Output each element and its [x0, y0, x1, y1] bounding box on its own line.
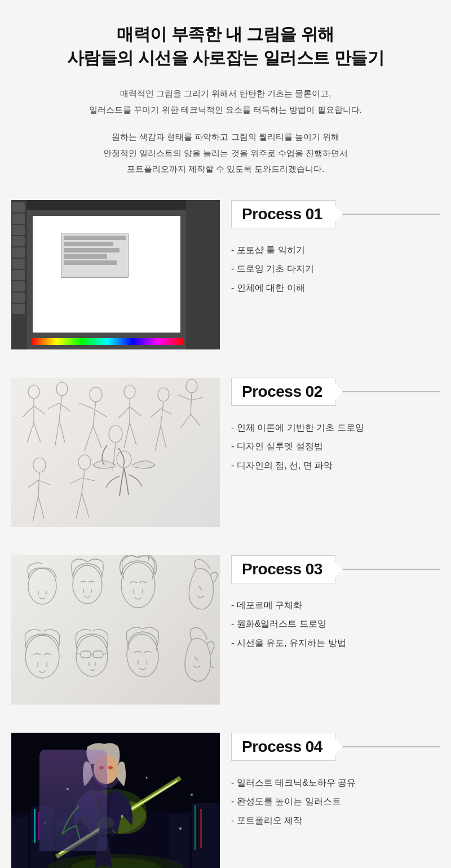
- process-01-section: Process 01 - 포토샵 툴 익히기 - 드로잉 기초 다지기 - 인체…: [11, 200, 440, 349]
- svg-point-54: [73, 565, 102, 604]
- list-item: - 인체 이론에 기반한 기초 드로잉: [231, 418, 440, 437]
- svg-rect-66: [93, 651, 103, 658]
- svg-line-68: [77, 653, 81, 654]
- svg-line-15: [93, 409, 107, 417]
- process-04-content: Process 04 - 일러스트 테크닉&노하우 공유 - 완성도를 높이는 …: [220, 733, 440, 830]
- svg-point-99: [146, 777, 148, 778]
- svg-point-38: [33, 458, 46, 472]
- svg-rect-84: [38, 812, 39, 840]
- svg-line-13: [93, 402, 96, 426]
- svg-line-48: [76, 493, 82, 519]
- svg-line-17: [93, 426, 101, 448]
- list-item: - 완성도를 높이는 일러스트: [231, 792, 440, 811]
- process-04-title-box: Process 04: [231, 733, 335, 761]
- process-01-list: - 포토샵 툴 익히기 - 드로잉 기초 다지기 - 인체에 대한 이해: [231, 241, 440, 298]
- svg-line-20: [118, 407, 130, 418]
- svg-line-33: [191, 393, 192, 414]
- process-02-title-row: Process 02: [231, 378, 440, 406]
- svg-line-36: [180, 414, 191, 428]
- list-item: - 드로잉 기초 다지기: [231, 259, 440, 278]
- svg-line-3: [34, 406, 45, 414]
- list-item: - 포토샵 툴 익히기: [231, 241, 440, 260]
- process-04-title-line: [335, 746, 440, 747]
- svg-point-24: [109, 426, 122, 442]
- svg-rect-78: [11, 817, 28, 869]
- process-02-title-line: [335, 391, 440, 392]
- svg-line-45: [82, 470, 85, 493]
- svg-point-98: [67, 788, 69, 790]
- svg-rect-86: [200, 809, 202, 848]
- svg-rect-82: [192, 803, 220, 869]
- svg-rect-81: [169, 814, 189, 869]
- list-item: - 시선을 유도, 유지하는 방법: [231, 634, 440, 653]
- list-item: - 원화&일러스트 드로잉: [231, 614, 440, 634]
- svg-line-40: [28, 480, 38, 488]
- process-04-section: Process 04 - 일러스트 테크닉&노하우 공유 - 완성도를 높이는 …: [11, 733, 440, 869]
- svg-rect-85: [194, 805, 196, 850]
- svg-line-49: [82, 493, 89, 517]
- list-item: - 포트폴리오 제작: [231, 811, 440, 830]
- svg-point-32: [186, 379, 197, 393]
- process-02-list: - 인체 이론에 기반한 기초 드로잉 - 디자인 실루엣 설정법 - 디자인의…: [231, 418, 440, 475]
- list-item: - 데포르메 구체화: [231, 596, 440, 615]
- svg-point-18: [124, 385, 135, 398]
- svg-line-75: [194, 657, 198, 661]
- svg-line-74: [147, 660, 147, 665]
- process-03-title-line: [335, 569, 440, 570]
- svg-line-39: [38, 472, 39, 496]
- list-item: - 디자인 실루엣 설정법: [231, 437, 440, 456]
- svg-line-22: [124, 423, 130, 448]
- svg-line-10: [55, 420, 59, 445]
- process-03-list: - 데포르메 구체화 - 원화&일러스트 드로잉 - 시선을 유도, 유지하는 …: [231, 596, 440, 653]
- process-02-section: Process 02 - 인체 이론에 기반한 기초 드로잉 - 디자인 실루엣…: [11, 378, 440, 527]
- process-01-content: Process 01 - 포토샵 툴 익히기 - 드로잉 기초 다지기 - 인체…: [220, 200, 440, 298]
- process-01-title-row: Process 01: [231, 200, 440, 228]
- svg-line-2: [23, 406, 34, 417]
- svg-line-30: [155, 426, 161, 451]
- svg-line-8: [48, 403, 59, 409]
- svg-point-101: [45, 822, 46, 823]
- process-04-title-row: Process 04: [231, 733, 440, 761]
- process-03-section: Process 03 - 데포르메 구체화 - 원화&일러스트 드로잉 - 시선…: [11, 555, 440, 705]
- process-04-title: Process 04: [242, 738, 322, 756]
- svg-line-35: [191, 397, 203, 400]
- svg-point-72: [125, 632, 160, 678]
- process-03-title-box: Process 03: [231, 555, 335, 583]
- process-03-title: Process 03: [242, 560, 322, 578]
- list-item: - 인체에 대한 이해: [231, 278, 440, 298]
- svg-line-41: [38, 480, 50, 485]
- svg-line-28: [151, 409, 161, 417]
- svg-point-102: [179, 827, 182, 830]
- header-section: 매력이 부족한 내 그림을 위해 사람들의 시선을 사로잡는 일러스트 만들기 …: [11, 23, 440, 178]
- svg-point-57: [121, 563, 155, 608]
- process-03-title-row: Process 03: [231, 555, 440, 583]
- svg-line-31: [161, 426, 166, 448]
- svg-point-12: [90, 387, 102, 402]
- svg-line-4: [27, 423, 34, 442]
- svg-point-44: [78, 455, 91, 470]
- sub-desc-1: 매력적인 그림을 그리기 위해서 탄탄한 기초는 물론이고, 일러스트를 꾸미기…: [11, 86, 440, 118]
- page-wrapper: 매력이 부족한 내 그림을 위해 사람들의 시선을 사로잡는 일러스트 만들기 …: [0, 0, 451, 868]
- svg-line-14: [79, 403, 93, 409]
- process-03-image: [11, 555, 220, 705]
- process-02-image: [11, 378, 220, 527]
- svg-point-26: [158, 388, 169, 401]
- process-02-title: Process 02: [242, 383, 322, 401]
- svg-line-42: [33, 496, 38, 521]
- list-item: - 디자인의 점, 선, 면 파악: [231, 456, 440, 475]
- main-title: 매력이 부족한 내 그림을 위해 사람들의 시선을 사로잡는 일러스트 만들기: [11, 23, 440, 70]
- svg-line-5: [34, 423, 41, 442]
- process-01-title: Process 01: [242, 205, 322, 223]
- list-item: - 일러스트 테크닉&노하우 공유: [231, 773, 440, 792]
- svg-point-97: [98, 817, 114, 829]
- svg-line-60: [199, 586, 202, 590]
- svg-line-11: [59, 420, 65, 442]
- svg-line-16: [85, 426, 93, 451]
- svg-rect-65: [81, 651, 91, 658]
- svg-rect-83: [34, 809, 36, 843]
- svg-point-61: [25, 635, 59, 678]
- process-02-title-box: Process 02: [231, 378, 335, 406]
- svg-line-7: [59, 396, 62, 420]
- svg-point-6: [56, 382, 68, 396]
- svg-line-34: [178, 395, 191, 400]
